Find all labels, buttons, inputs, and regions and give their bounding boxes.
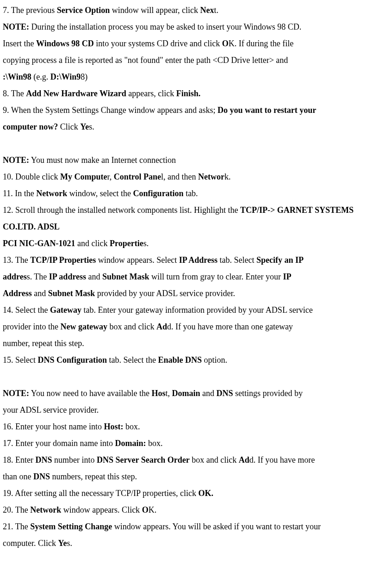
text-line: provider into the New gateway box and cl… (3, 318, 389, 335)
step-10: 10. Double click My Computer, Control Pa… (3, 168, 389, 185)
note-3: NOTE: You now need to have available the… (3, 385, 389, 402)
step-14: 14. Select the Gateway tab. Enter your g… (3, 302, 389, 318)
text-line: your ADSL service provider. (3, 402, 389, 418)
text-line: copying process a file is reported as "n… (3, 52, 389, 68)
step-11: 11. In the Network window, select the Co… (3, 185, 389, 202)
step-15: 15. Select DNS Configuration tab. Select… (3, 352, 389, 368)
text-line: number, repeat this step. (3, 335, 389, 352)
step-20: 20. The Network window appears. Click OK… (3, 502, 389, 518)
text-line: PCI NIC-GAN-1021 and click Properties. (3, 235, 389, 252)
note-1: NOTE: During the installation process yo… (3, 19, 389, 35)
text-line: Insert the Windows 98 CD into your syste… (3, 35, 389, 52)
text-line: computer. Click Yes. (3, 535, 389, 552)
document-body: 7. The previous Service Option window wi… (3, 2, 389, 552)
step-9: 9. When the System Settings Change windo… (3, 102, 389, 118)
text-line: than one DNS numbers, repeat this step. (3, 468, 389, 485)
step-12: 12. Scroll through the installed network… (3, 202, 389, 218)
step-16: 16. Enter your host name into Host: box. (3, 418, 389, 435)
step-13: 13. The TCP/IP Properties window appears… (3, 252, 389, 268)
step-19: 19. After setting all the necessary TCP/… (3, 485, 389, 502)
blank-line (3, 368, 389, 385)
text-line: Address and Subnet Mask provided by your… (3, 285, 389, 302)
text-line: CO.LTD. ADSL (3, 218, 389, 235)
step-17: 17. Enter your domain name into Domain: … (3, 435, 389, 452)
step-21: 21. The System Setting Change window app… (3, 518, 389, 535)
step-7: 7. The previous Service Option window wi… (3, 2, 389, 19)
step-8: 8. The Add New Hardware Wizard appears, … (3, 85, 389, 102)
note-2: NOTE: You must now make an Internet conn… (3, 152, 389, 168)
text-line: computer now? Click Yes. (3, 118, 389, 135)
text-line: address. The IP address and Subnet Mask … (3, 268, 389, 285)
blank-line (3, 135, 389, 152)
text-line: :\Win98 (e.g. D:\Win98) (3, 68, 389, 85)
step-18: 18. Enter DNS number into DNS Server Sea… (3, 452, 389, 468)
